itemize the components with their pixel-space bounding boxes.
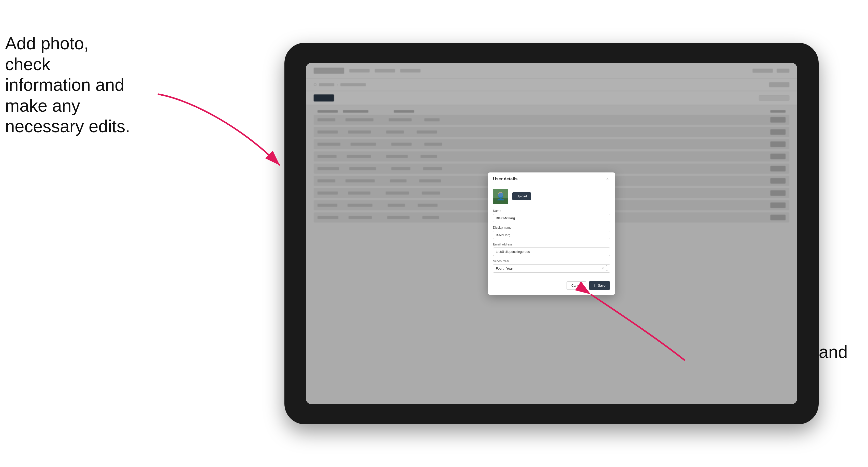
display-name-label: Display name [493,226,610,229]
svg-point-3 [498,192,503,197]
modal-title: User details [493,177,518,182]
school-year-input[interactable] [493,264,610,273]
photo-section: Upload [493,189,610,204]
modal-footer: Cancel ⬆ Save [488,281,615,295]
school-year-dropdown-button[interactable]: ⌃⌄ [606,265,608,272]
school-year-clear-button[interactable]: × [602,266,604,270]
save-label: Save [598,284,606,287]
email-input[interactable] [493,248,610,256]
display-name-input[interactable] [493,231,610,239]
save-icon: ⬆ [593,284,596,287]
tablet-device: ⬡ › [284,43,819,424]
arrow-left-annotation [137,74,290,177]
user-details-modal: User details × [488,173,615,295]
photo-image [493,189,508,204]
annotation-left: Add photo, check information and make an… [5,33,137,137]
name-label: Name [493,209,610,213]
name-input[interactable] [493,214,610,222]
modal-body: Upload Name Display name Email addre [488,185,615,281]
modal-overlay: User details × [306,63,797,404]
modal-close-button[interactable]: × [605,177,610,182]
name-field-group: Name [493,209,610,222]
cancel-button[interactable]: Cancel [566,281,586,290]
school-year-label: School Year [493,259,610,263]
tablet-screen: ⬡ › [306,63,797,404]
photo-thumbnail [493,189,508,204]
email-field-group: Email address [493,243,610,256]
school-year-wrapper: × ⌃⌄ [493,264,610,273]
upload-photo-button[interactable]: Upload [513,192,531,200]
school-year-controls: × ⌃⌄ [602,265,608,272]
modal-header: User details × [488,173,615,185]
email-label: Email address [493,243,610,246]
svg-rect-5 [493,198,508,204]
display-name-field-group: Display name [493,226,610,239]
save-button[interactable]: ⬆ Save [589,281,610,290]
school-year-field-group: School Year × ⌃⌄ [493,259,610,273]
